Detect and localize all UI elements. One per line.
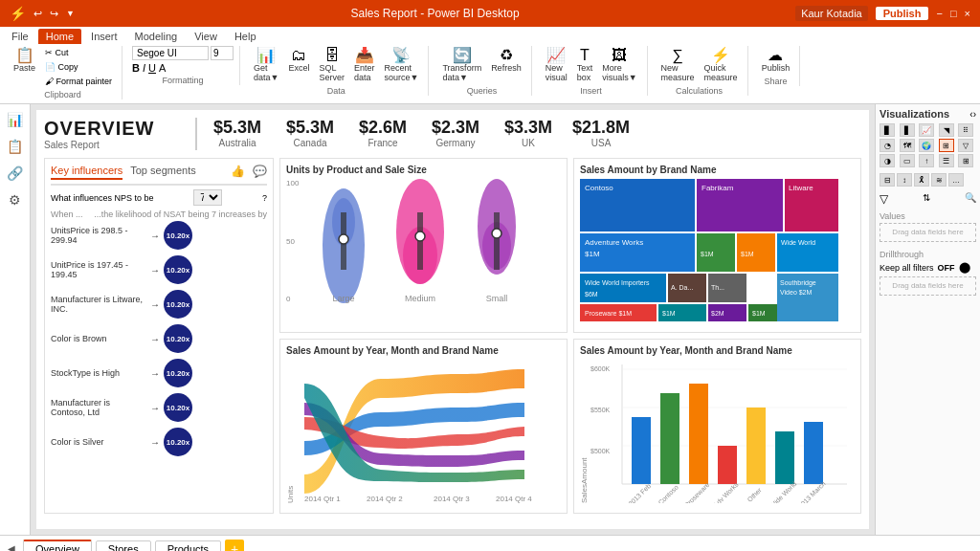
calculations-group: ∑ Newmeasure ⚡ Quickmeasure Calculations (652, 46, 748, 96)
viz-gauge[interactable]: ◑ (880, 154, 895, 167)
viz-funnel[interactable]: ▽ (958, 139, 973, 152)
prev-page-button[interactable]: ◀ (8, 543, 15, 551)
viz-col-chart[interactable]: ▋ (900, 123, 915, 137)
share-group: ☁ Publish Share (752, 46, 801, 86)
publish-button[interactable]: Publish (876, 7, 929, 20)
viz-pie[interactable]: ◔ (880, 139, 895, 152)
more-visuals-button[interactable]: 🖼 Morevisuals▼ (598, 46, 640, 84)
kpi-label: Australia (219, 138, 256, 148)
refresh-button[interactable]: ♻ Refresh (487, 46, 525, 84)
svg-text:$1M: $1M (662, 310, 676, 317)
enter-data-button[interactable]: 📥 Enterdata (350, 46, 379, 84)
viz-fill-map[interactable]: 🌍 (919, 139, 934, 152)
viz-kpi[interactable]: ↑ (919, 154, 934, 167)
font-family-input[interactable] (132, 46, 209, 60)
ki-value-select[interactable]: 7 (193, 189, 222, 206)
transform-button[interactable]: 🔄 Transformdata▼ (438, 46, 485, 84)
publish-ribbon-button[interactable]: ☁ Publish (758, 46, 794, 75)
text-box-button[interactable]: T Textbox (573, 46, 597, 84)
underline-button[interactable]: U (148, 62, 156, 74)
kpi-label: USA (591, 138, 612, 148)
violin-chart-panel[interactable]: Units by Product and Sale Size 100 50 0 (279, 158, 568, 333)
viz-map[interactable]: 🗺 (900, 139, 915, 152)
bold-button[interactable]: B (132, 62, 140, 74)
tab-home[interactable]: Home (38, 29, 81, 44)
treemap-panel[interactable]: Sales Amount by Brand Name Contoso Fabri… (573, 158, 861, 333)
dax-icon[interactable]: ⚙ (9, 192, 21, 208)
tab-file[interactable]: File (4, 29, 36, 44)
new-measure-button[interactable]: ∑ Newmeasure (657, 46, 699, 84)
svg-text:Proseware $1M: Proseware $1M (585, 310, 632, 317)
cut-button[interactable]: ✂ Cut (41, 46, 116, 59)
font-size-input[interactable] (211, 46, 234, 60)
keep-filters-toggle[interactable]: ⬤ (959, 261, 970, 274)
bar-chart-panel[interactable]: Sales Amount by Year, Month and Brand Na… (573, 339, 861, 514)
quick-measure-button[interactable]: ⚡ Quickmeasure (701, 46, 742, 84)
format-painter-button[interactable]: 🖌 Format painter (41, 75, 116, 88)
user-name[interactable]: Kaur Kotadia (795, 6, 868, 21)
ki-item-label: StockType is High (51, 368, 146, 378)
viz-filter-icon[interactable]: ▽ (880, 192, 888, 206)
viz-sankey[interactable]: ≋ (931, 173, 947, 187)
tab-view[interactable]: View (187, 29, 225, 44)
font-color-button[interactable]: A (159, 62, 166, 74)
viz-treemap[interactable]: ⊞ (939, 139, 954, 152)
minimize-button[interactable]: − (936, 8, 942, 19)
report-view-icon[interactable]: 📊 (7, 112, 23, 127)
treemap-svg: Contoso Fabrikam Litware Adventure Works… (580, 179, 855, 322)
tab-insert[interactable]: Insert (83, 29, 125, 44)
comment-icon[interactable]: 💬 (253, 165, 267, 180)
quick-access-redo[interactable]: ↪ (50, 8, 58, 20)
svg-text:Southbridge: Southbridge (780, 279, 816, 287)
ki-help-icon[interactable]: ? (262, 193, 267, 203)
ki-header-row: When ... ...the likelihood of NSAT being… (51, 209, 267, 219)
viz-ribbon[interactable]: 🎗 (914, 173, 929, 187)
kpi-block: $5.3M Australia (209, 118, 266, 148)
ki-item: StockType is High → 10.20x (51, 359, 267, 387)
viz-matrix[interactable]: ⊟ (880, 173, 895, 187)
add-page-button[interactable]: + (225, 540, 244, 552)
viz-slicer[interactable]: ☰ (939, 154, 954, 167)
values-drop-zone[interactable]: Drag data fields here (880, 223, 976, 242)
drillthrough-drop-zone[interactable]: Drag data fields here (880, 276, 976, 296)
recent-sources-button[interactable]: 📡 Recentsource▼ (381, 46, 423, 84)
quick-access-dropdown[interactable]: ▼ (66, 9, 75, 18)
tab-help[interactable]: Help (227, 29, 264, 44)
tab-modeling[interactable]: Modeling (127, 29, 186, 44)
sql-button[interactable]: 🗄 SQLServer (316, 46, 349, 84)
close-button[interactable]: × (965, 8, 970, 19)
copy-button[interactable]: 📄 Copy (41, 60, 116, 74)
tab-overview[interactable]: Overview (23, 540, 92, 551)
thumbs-up-icon[interactable]: 👍 (231, 165, 245, 180)
maximize-button[interactable]: □ (950, 8, 957, 19)
viz-search-icon[interactable]: 🔍 (965, 192, 976, 206)
new-visual-button[interactable]: 📈 Newvisual (542, 46, 571, 84)
ki-item: Color is Silver → 10.20x (51, 428, 267, 456)
italic-button[interactable]: I (143, 62, 145, 74)
tab-key-influencers[interactable]: Key influencers (51, 165, 122, 180)
svg-rect-60 (632, 417, 651, 484)
tab-top-segments[interactable]: Top segments (130, 165, 195, 180)
viz-bar-chart[interactable]: ▊ (880, 123, 895, 137)
svg-text:Litware: Litware (789, 184, 813, 192)
viz-line-chart[interactable]: 📈 (919, 123, 934, 137)
viz-panel-collapse[interactable]: ‹› (969, 109, 976, 120)
excel-button[interactable]: 🗂 Excel (284, 46, 313, 84)
sankey-chart-panel[interactable]: Sales Amount by Year, Month and Brand Na… (279, 339, 568, 514)
viz-sort-icon[interactable]: ⇅ (923, 192, 930, 206)
quick-access-undo[interactable]: ↩ (33, 8, 42, 20)
viz-more[interactable]: … (948, 173, 964, 187)
viz-table[interactable]: ⊞ (958, 154, 973, 167)
get-data-button[interactable]: 📊 Getdata▼ (250, 46, 282, 84)
viz-area-chart[interactable]: ◥ (939, 123, 954, 137)
paste-button[interactable]: 📋 Paste (10, 46, 39, 88)
viz-waterfall[interactable]: ↕ (897, 173, 912, 187)
tab-products[interactable]: Products (155, 540, 221, 552)
ki-item-label: Manufacturer is Litware, INC. (51, 295, 146, 314)
viz-scatter[interactable]: ⠿ (958, 123, 973, 137)
viz-card[interactable]: ▭ (900, 154, 915, 167)
data-view-icon[interactable]: 📋 (7, 139, 23, 154)
model-view-icon[interactable]: 🔗 (7, 165, 23, 181)
ki-bubble: 10.20x (164, 221, 192, 250)
tab-stores[interactable]: Stores (96, 540, 151, 552)
